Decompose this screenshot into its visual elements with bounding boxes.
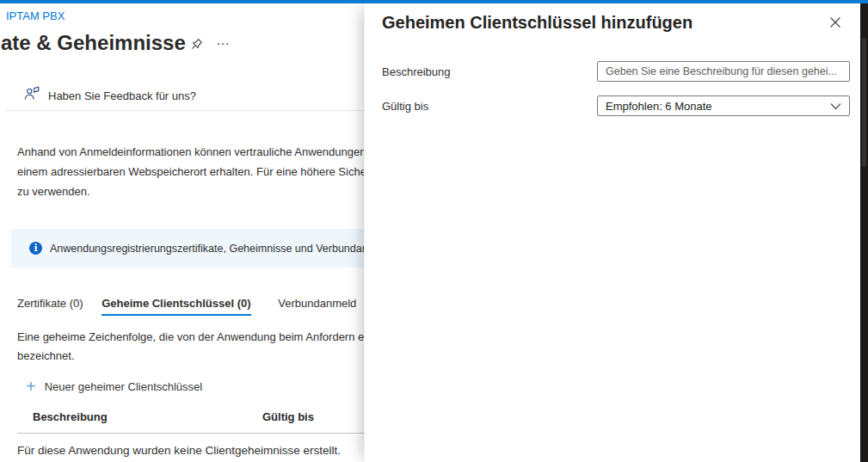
table-empty-message: Für diese Anwendung wurden keine Clientg… bbox=[17, 444, 341, 457]
info-icon: i bbox=[29, 242, 42, 255]
info-banner-text: Anwendungsregistrierungszertifikate, Geh… bbox=[50, 243, 364, 255]
info-banner: i Anwendungsregistrierungszertifikate, G… bbox=[11, 229, 364, 268]
close-icon[interactable] bbox=[826, 13, 845, 32]
app-window: IPTAM PBX ate & Geheimnisse … bbox=[0, 0, 868, 462]
description-field-label: Beschreibung bbox=[382, 65, 451, 78]
column-header-description: Beschreibung bbox=[33, 410, 108, 423]
new-client-secret-label: Neuer geheimer Clientschlüssel bbox=[45, 380, 203, 393]
section-divider bbox=[6, 110, 364, 111]
add-client-secret-panel: Geheimen Clientschlüssel hinzufügen Besc… bbox=[364, 3, 860, 462]
tab-client-secrets[interactable]: Geheime Clientschlüssel (0) bbox=[102, 297, 250, 316]
expires-field-label: Gültig bis bbox=[382, 100, 428, 113]
client-secret-description: Eine geheime Zeichenfolge, die von der A… bbox=[17, 328, 364, 366]
tab-bar: Zertifikate (0) Geheime Clientschlüssel … bbox=[17, 297, 356, 316]
table-header-divider bbox=[17, 433, 364, 434]
pin-icon[interactable] bbox=[188, 36, 205, 53]
panel-title: Geheimen Clientschlüssel hinzufügen bbox=[382, 11, 693, 34]
top-accent-bar bbox=[0, 0, 868, 3]
expires-dropdown[interactable]: Empfohlen: 6 Monate bbox=[597, 95, 850, 116]
expires-dropdown-value: Empfohlen: 6 Monate bbox=[606, 100, 712, 113]
plus-icon: + bbox=[26, 378, 36, 395]
chevron-down-icon bbox=[830, 102, 841, 110]
page-title: ate & Geheimnisse bbox=[1, 31, 186, 55]
description-input[interactable] bbox=[597, 61, 850, 82]
feedback-label: Haben Sie Feedback für uns? bbox=[48, 89, 196, 102]
feedback-link[interactable]: Haben Sie Feedback für uns? bbox=[23, 85, 196, 106]
new-client-secret-button[interactable]: + Neuer geheimer Clientschlüssel bbox=[26, 378, 202, 395]
browser-scrollbar[interactable] bbox=[860, 3, 868, 462]
column-header-expires: Gültig bis bbox=[262, 410, 314, 423]
tab-certificates[interactable]: Zertifikate (0) bbox=[17, 297, 83, 314]
more-menu-icon[interactable]: … bbox=[216, 33, 231, 48]
breadcrumb-app-link[interactable]: IPTAM PBX bbox=[6, 9, 65, 22]
feedback-icon bbox=[23, 85, 40, 106]
intro-text: Anhand von Anmeldeinformationen können v… bbox=[17, 142, 376, 201]
tab-federated-credentials[interactable]: Verbundanmeld bbox=[278, 297, 356, 314]
